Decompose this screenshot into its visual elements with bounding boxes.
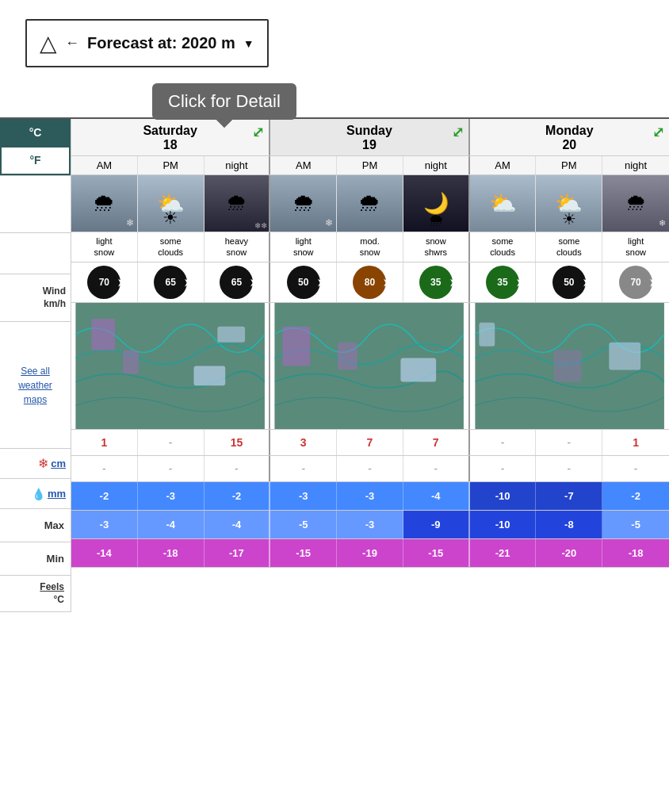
weather-icon-sun-am: 🌨 ❄ [270,175,337,232]
weather-icon-mon-am: ⛅ [470,175,537,232]
snow-sat-night: 15 [205,430,271,455]
wind-mon-pm: 50➤ [536,262,602,302]
feels-mon-night: -18 [602,539,669,567]
cond-sun-pm: mod.snow [337,232,403,262]
weather-icon-sun-pm: 🌨 [337,175,403,232]
svg-rect-11 [553,350,581,381]
max-mon-night: -2 [602,482,669,510]
arrow-left-icon: ← [65,35,79,52]
weather-icon-sun-night: 🌙 🌨 [403,175,470,232]
snow-unit-link[interactable]: cm [51,458,66,469]
rain-mon-night: - [602,456,669,481]
max-sun-night: -4 [403,482,470,510]
cond-sat-pm: someclouds [138,232,205,262]
min-sat-night: -4 [205,511,271,538]
period-sun-night: night [403,156,470,174]
period-sat-night: night [205,156,271,174]
min-mon-am: -10 [470,511,537,538]
mountain-icon: △ [40,30,57,56]
max-mon-am: -10 [470,482,537,510]
day-header-sunday: Sunday19 ⤢ [270,119,469,155]
weather-icon-sat-am: 🌨 ❄ [71,175,138,232]
feels-sat-pm: -18 [138,539,205,567]
max-sat-night: -2 [205,482,271,510]
forecast-header[interactable]: △ ← Forecast at: 2020 m ▼ [25,19,269,67]
fahrenheit-button[interactable]: °F [0,146,71,176]
feels-mon-am: -21 [470,539,537,567]
snow-mon-am: - [470,430,537,455]
rain-sat-night: - [205,456,271,481]
feels-sat-night: -17 [205,539,271,567]
weather-map-sunday[interactable] [270,303,469,429]
period-sat-pm: PM [138,156,205,174]
wind-sat-night: 65➤ [205,262,271,302]
svg-rect-10 [479,322,495,346]
forecast-title: Forecast at: 2020 m [87,34,235,52]
wind-sat-am: 70➤ [71,262,138,302]
svg-rect-8 [401,358,437,381]
wind-sun-pm: 80➤ [337,262,403,302]
rain-icon: 💧 [32,488,45,500]
cond-sun-night: snowshwrs [403,232,470,262]
cond-mon-pm: someclouds [536,232,602,262]
wind-mon-night: 70➤ [602,262,669,302]
period-mon-am: AM [470,156,537,174]
snow-sun-pm: 7 [337,430,403,455]
max-mon-pm: -7 [536,482,602,510]
max-sat-pm: -3 [138,482,205,510]
cond-sat-am: lightsnow [71,232,138,262]
weather-map-monday[interactable] [470,303,669,429]
wind-sun-night: 35➤ [403,262,470,302]
max-sun-pm: -3 [337,482,403,510]
wind-sun-am: 50➤ [270,262,337,302]
max-label: Max [44,519,64,531]
svg-rect-3 [193,366,225,385]
weather-icon-mon-pm: ⛅ ☀ [536,175,602,232]
svg-rect-7 [338,342,357,370]
weather-icon-sat-pm: ⛅ ☀ [138,175,205,232]
snow-sun-night: 7 [403,430,470,455]
min-sun-night: -9 [403,511,470,538]
expand-sunday-icon[interactable]: ⤢ [452,124,464,141]
period-mon-pm: PM [536,156,602,174]
snow-mon-pm: - [536,430,602,455]
celsius-button[interactable]: °C [0,119,71,146]
period-sat-am: AM [71,156,138,174]
rain-sun-pm: - [337,456,403,481]
wind-label: Windkm/h [43,285,66,310]
cond-mon-am: someclouds [470,232,537,262]
feels-mon-pm: -20 [536,539,602,567]
dropdown-icon: ▼ [243,37,254,50]
feels-sun-pm: -19 [337,539,403,567]
see-all-maps-link[interactable]: See allweathermaps [18,364,52,407]
weather-map-saturday[interactable] [71,303,270,429]
rain-mon-pm: - [536,456,602,481]
expand-saturday-icon[interactable]: ⤢ [252,124,264,141]
snow-icon: ❄ [38,456,48,471]
rain-sat-pm: - [138,456,205,481]
max-sat-am: -2 [71,482,138,510]
weather-icon-sat-night: 🌨 ❄❄ [205,175,271,232]
rain-sat-am: - [71,456,138,481]
wind-mon-am: 35➤ [470,262,537,302]
min-sat-am: -3 [71,511,138,538]
period-sun-pm: PM [337,156,403,174]
wind-sat-pm: 65➤ [138,262,205,302]
svg-rect-1 [91,318,115,350]
expand-monday-icon[interactable]: ⤢ [652,124,664,141]
cond-sun-am: lightsnow [270,232,337,262]
svg-rect-2 [123,350,139,373]
snow-sat-am: 1 [71,430,138,455]
min-mon-night: -5 [602,511,669,538]
feels-sat-am: -14 [71,539,138,567]
feels-sun-am: -15 [270,539,337,567]
rain-unit-link[interactable]: mm [48,488,66,500]
rain-sun-night: - [403,456,470,481]
min-label: Min [47,553,64,565]
snow-sun-am: 3 [270,430,337,455]
min-sun-pm: -3 [337,511,403,538]
snow-sat-pm: - [138,430,205,455]
day-header-saturday: Saturday18 ⤢ [71,119,270,155]
snow-mon-night: 1 [602,430,669,455]
feels-sun-night: -15 [403,539,470,567]
